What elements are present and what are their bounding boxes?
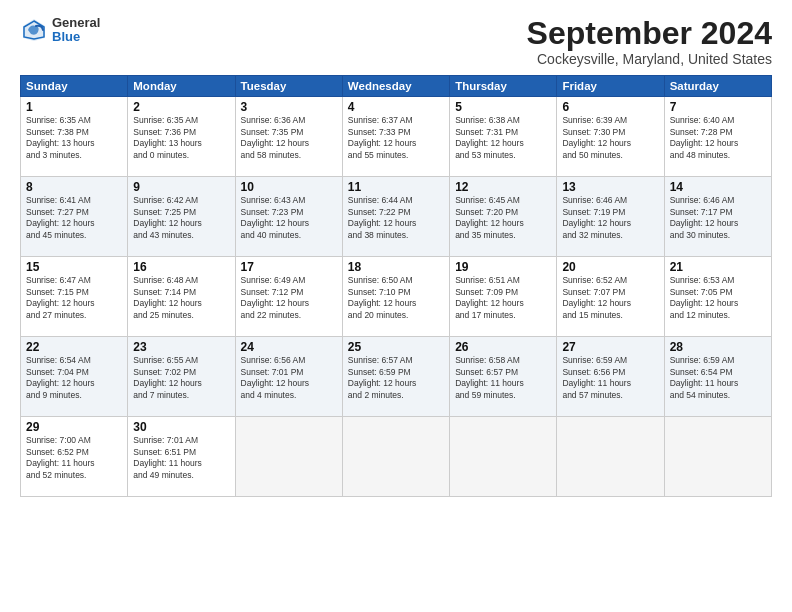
title-block: September 2024 Cockeysville, Maryland, U… <box>527 16 772 67</box>
table-row: 23Sunrise: 6:55 AMSunset: 7:02 PMDayligh… <box>128 337 235 417</box>
calendar-row: 29Sunrise: 7:00 AMSunset: 6:52 PMDayligh… <box>21 417 772 497</box>
day-number: 6 <box>562 100 658 114</box>
day-number: 28 <box>670 340 766 354</box>
day-info: Sunrise: 6:43 AMSunset: 7:23 PMDaylight:… <box>241 195 337 241</box>
table-row: 8Sunrise: 6:41 AMSunset: 7:27 PMDaylight… <box>21 177 128 257</box>
day-info: Sunrise: 6:44 AMSunset: 7:22 PMDaylight:… <box>348 195 444 241</box>
day-number: 2 <box>133 100 229 114</box>
day-info: Sunrise: 6:53 AMSunset: 7:05 PMDaylight:… <box>670 275 766 321</box>
logo-text: General Blue <box>52 16 100 45</box>
day-number: 30 <box>133 420 229 434</box>
day-info: Sunrise: 6:40 AMSunset: 7:28 PMDaylight:… <box>670 115 766 161</box>
calendar-table: Sunday Monday Tuesday Wednesday Thursday… <box>20 75 772 497</box>
table-row: 18Sunrise: 6:50 AMSunset: 7:10 PMDayligh… <box>342 257 449 337</box>
col-friday: Friday <box>557 76 664 97</box>
table-row: 19Sunrise: 6:51 AMSunset: 7:09 PMDayligh… <box>450 257 557 337</box>
table-row: 28Sunrise: 6:59 AMSunset: 6:54 PMDayligh… <box>664 337 771 417</box>
logo-blue-text: Blue <box>52 30 100 44</box>
table-row <box>450 417 557 497</box>
col-saturday: Saturday <box>664 76 771 97</box>
table-row <box>664 417 771 497</box>
col-tuesday: Tuesday <box>235 76 342 97</box>
day-number: 15 <box>26 260 122 274</box>
month-title: September 2024 <box>527 16 772 51</box>
table-row: 26Sunrise: 6:58 AMSunset: 6:57 PMDayligh… <box>450 337 557 417</box>
day-number: 3 <box>241 100 337 114</box>
day-number: 24 <box>241 340 337 354</box>
table-row: 24Sunrise: 6:56 AMSunset: 7:01 PMDayligh… <box>235 337 342 417</box>
table-row <box>557 417 664 497</box>
day-info: Sunrise: 6:58 AMSunset: 6:57 PMDaylight:… <box>455 355 551 401</box>
table-row: 10Sunrise: 6:43 AMSunset: 7:23 PMDayligh… <box>235 177 342 257</box>
day-number: 29 <box>26 420 122 434</box>
day-info: Sunrise: 6:47 AMSunset: 7:15 PMDaylight:… <box>26 275 122 321</box>
day-number: 9 <box>133 180 229 194</box>
day-number: 16 <box>133 260 229 274</box>
page: General Blue September 2024 Cockeysville… <box>0 0 792 612</box>
day-info: Sunrise: 6:48 AMSunset: 7:14 PMDaylight:… <box>133 275 229 321</box>
calendar-row: 1Sunrise: 6:35 AMSunset: 7:38 PMDaylight… <box>21 97 772 177</box>
day-number: 11 <box>348 180 444 194</box>
table-row: 6Sunrise: 6:39 AMSunset: 7:30 PMDaylight… <box>557 97 664 177</box>
table-row <box>235 417 342 497</box>
table-row: 5Sunrise: 6:38 AMSunset: 7:31 PMDaylight… <box>450 97 557 177</box>
table-row: 9Sunrise: 6:42 AMSunset: 7:25 PMDaylight… <box>128 177 235 257</box>
calendar-body: 1Sunrise: 6:35 AMSunset: 7:38 PMDaylight… <box>21 97 772 497</box>
day-info: Sunrise: 6:35 AMSunset: 7:36 PMDaylight:… <box>133 115 229 161</box>
day-info: Sunrise: 6:52 AMSunset: 7:07 PMDaylight:… <box>562 275 658 321</box>
table-row: 11Sunrise: 6:44 AMSunset: 7:22 PMDayligh… <box>342 177 449 257</box>
table-row: 29Sunrise: 7:00 AMSunset: 6:52 PMDayligh… <box>21 417 128 497</box>
table-row <box>342 417 449 497</box>
calendar-row: 8Sunrise: 6:41 AMSunset: 7:27 PMDaylight… <box>21 177 772 257</box>
table-row: 13Sunrise: 6:46 AMSunset: 7:19 PMDayligh… <box>557 177 664 257</box>
day-info: Sunrise: 6:59 AMSunset: 6:54 PMDaylight:… <box>670 355 766 401</box>
day-number: 20 <box>562 260 658 274</box>
day-info: Sunrise: 6:46 AMSunset: 7:19 PMDaylight:… <box>562 195 658 241</box>
day-number: 23 <box>133 340 229 354</box>
table-row: 25Sunrise: 6:57 AMSunset: 6:59 PMDayligh… <box>342 337 449 417</box>
day-info: Sunrise: 6:36 AMSunset: 7:35 PMDaylight:… <box>241 115 337 161</box>
day-info: Sunrise: 6:59 AMSunset: 6:56 PMDaylight:… <box>562 355 658 401</box>
day-number: 17 <box>241 260 337 274</box>
day-info: Sunrise: 6:37 AMSunset: 7:33 PMDaylight:… <box>348 115 444 161</box>
col-monday: Monday <box>128 76 235 97</box>
day-number: 4 <box>348 100 444 114</box>
day-info: Sunrise: 6:57 AMSunset: 6:59 PMDaylight:… <box>348 355 444 401</box>
col-wednesday: Wednesday <box>342 76 449 97</box>
day-info: Sunrise: 6:45 AMSunset: 7:20 PMDaylight:… <box>455 195 551 241</box>
day-info: Sunrise: 7:00 AMSunset: 6:52 PMDaylight:… <box>26 435 122 481</box>
day-info: Sunrise: 6:55 AMSunset: 7:02 PMDaylight:… <box>133 355 229 401</box>
day-info: Sunrise: 6:49 AMSunset: 7:12 PMDaylight:… <box>241 275 337 321</box>
table-row: 1Sunrise: 6:35 AMSunset: 7:38 PMDaylight… <box>21 97 128 177</box>
location-title: Cockeysville, Maryland, United States <box>527 51 772 67</box>
calendar-row: 15Sunrise: 6:47 AMSunset: 7:15 PMDayligh… <box>21 257 772 337</box>
day-info: Sunrise: 6:39 AMSunset: 7:30 PMDaylight:… <box>562 115 658 161</box>
table-row: 21Sunrise: 6:53 AMSunset: 7:05 PMDayligh… <box>664 257 771 337</box>
table-row: 27Sunrise: 6:59 AMSunset: 6:56 PMDayligh… <box>557 337 664 417</box>
table-row: 15Sunrise: 6:47 AMSunset: 7:15 PMDayligh… <box>21 257 128 337</box>
day-number: 19 <box>455 260 551 274</box>
day-info: Sunrise: 6:35 AMSunset: 7:38 PMDaylight:… <box>26 115 122 161</box>
day-info: Sunrise: 6:50 AMSunset: 7:10 PMDaylight:… <box>348 275 444 321</box>
day-number: 1 <box>26 100 122 114</box>
day-info: Sunrise: 6:56 AMSunset: 7:01 PMDaylight:… <box>241 355 337 401</box>
calendar-header-row: Sunday Monday Tuesday Wednesday Thursday… <box>21 76 772 97</box>
day-info: Sunrise: 6:42 AMSunset: 7:25 PMDaylight:… <box>133 195 229 241</box>
table-row: 30Sunrise: 7:01 AMSunset: 6:51 PMDayligh… <box>128 417 235 497</box>
day-number: 26 <box>455 340 551 354</box>
day-info: Sunrise: 6:46 AMSunset: 7:17 PMDaylight:… <box>670 195 766 241</box>
day-info: Sunrise: 6:51 AMSunset: 7:09 PMDaylight:… <box>455 275 551 321</box>
day-number: 13 <box>562 180 658 194</box>
day-number: 5 <box>455 100 551 114</box>
table-row: 3Sunrise: 6:36 AMSunset: 7:35 PMDaylight… <box>235 97 342 177</box>
table-row: 12Sunrise: 6:45 AMSunset: 7:20 PMDayligh… <box>450 177 557 257</box>
day-number: 18 <box>348 260 444 274</box>
table-row: 20Sunrise: 6:52 AMSunset: 7:07 PMDayligh… <box>557 257 664 337</box>
logo-icon <box>20 16 48 44</box>
table-row: 2Sunrise: 6:35 AMSunset: 7:36 PMDaylight… <box>128 97 235 177</box>
table-row: 16Sunrise: 6:48 AMSunset: 7:14 PMDayligh… <box>128 257 235 337</box>
day-number: 10 <box>241 180 337 194</box>
day-info: Sunrise: 7:01 AMSunset: 6:51 PMDaylight:… <box>133 435 229 481</box>
day-number: 7 <box>670 100 766 114</box>
table-row: 22Sunrise: 6:54 AMSunset: 7:04 PMDayligh… <box>21 337 128 417</box>
